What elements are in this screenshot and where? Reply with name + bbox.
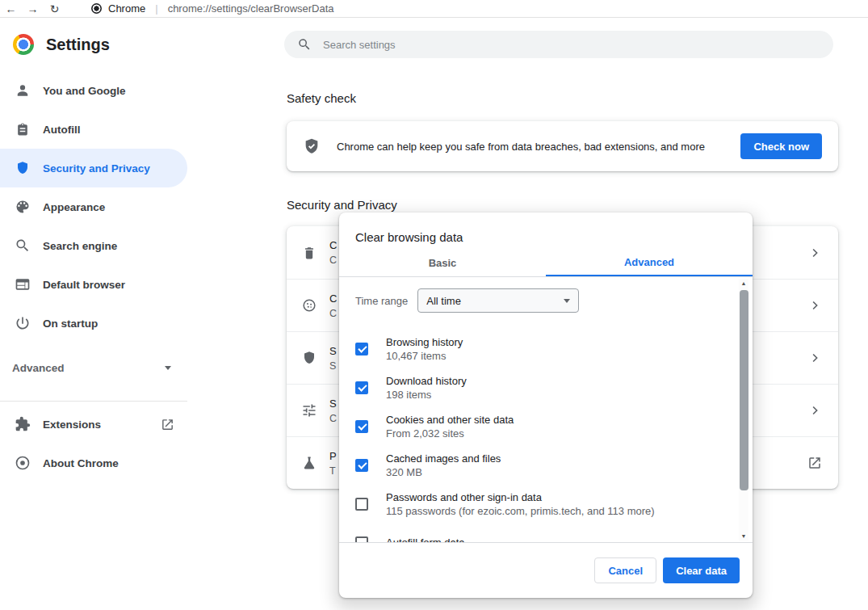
clear-data-button[interactable]: Clear data (663, 557, 740, 583)
dialog-title: Clear browsing data (339, 212, 753, 244)
site-icon (91, 3, 102, 14)
chevron-right-icon (807, 246, 822, 260)
cookie-icon (301, 297, 317, 313)
cancel-button[interactable]: Cancel (594, 557, 656, 583)
row-text: Download history 198 items (386, 375, 467, 401)
row-detail: From 2,032 sites (386, 427, 514, 440)
dialog-tabs: Basic Advanced (339, 249, 753, 277)
sidebar-item-label: Default browser (43, 279, 125, 291)
clear-browsing-data-dialog: Clear browsing data Basic Advanced Time … (339, 212, 753, 598)
flask-icon (301, 455, 317, 471)
dialog-footer: Cancel Clear data (339, 543, 753, 598)
row-label: Autofill form data (386, 536, 465, 544)
search-input[interactable] (321, 38, 820, 52)
time-range-select[interactable]: All time (417, 288, 579, 313)
sidebar-item-on-startup[interactable]: On startup (0, 304, 187, 343)
trash-icon (301, 245, 317, 261)
page-title: Settings (46, 36, 110, 54)
puzzle-icon (15, 416, 31, 432)
row-detail: 320 MB (386, 466, 501, 478)
checkbox-passwords[interactable] (355, 498, 368, 511)
sidebar-item-label: Extensions (43, 419, 101, 431)
chevron-down-icon (564, 299, 570, 303)
tab-advanced[interactable]: Advanced (546, 249, 753, 276)
row-download-history[interactable]: Download history 198 items (339, 368, 753, 407)
chevron-right-icon (807, 403, 822, 418)
safety-check-heading: Safety check (287, 91, 356, 105)
chevron-right-icon (807, 351, 822, 365)
time-range-label: Time range (355, 295, 408, 307)
back-button[interactable]: ← (0, 2, 22, 15)
checkbox-browsing-history[interactable] (355, 343, 368, 355)
scroll-down-icon[interactable]: ▼ (739, 533, 748, 539)
clear-data-list: Browsing history 10,467 items Download h… (339, 330, 753, 543)
checkbox-cookies-site-data[interactable] (355, 420, 368, 433)
chrome-logo-icon (13, 34, 34, 55)
row-passwords[interactable]: Passwords and other sign-in data 115 pas… (339, 485, 753, 524)
security-privacy-heading: Security and Privacy (287, 198, 397, 212)
sidebar-item-label: About Chrome (43, 457, 119, 469)
sidebar-item-search-engine[interactable]: Search engine (0, 226, 187, 265)
palette-icon (15, 199, 31, 215)
checkbox-cached-images-files[interactable] (355, 459, 368, 472)
shield-icon (15, 160, 31, 176)
sidebar-item-extensions[interactable]: Extensions (0, 405, 187, 444)
forward-icon: → (27, 2, 39, 15)
browser-topbar: ← → ↻ Chrome | chrome://settings/clearBr… (0, 0, 868, 18)
row-label: Download history (386, 375, 467, 387)
browser-window-icon (15, 276, 31, 292)
tab-basic[interactable]: Basic (339, 249, 546, 276)
search-icon (297, 37, 312, 52)
check-now-button[interactable]: Check now (740, 133, 822, 159)
checkbox-autofill-form-data[interactable] (355, 536, 368, 543)
sidebar-item-appearance[interactable]: Appearance (0, 187, 187, 226)
sidebar-divider (0, 401, 187, 402)
sidebar-item-autofill[interactable]: Autofill (0, 110, 187, 149)
chrome-outline-icon (15, 455, 31, 471)
sidebar-item-default-browser[interactable]: Default browser (0, 265, 187, 304)
row-detail: 10,467 items (386, 350, 463, 362)
row-text: Cached images and files 320 MB (386, 452, 501, 478)
sidebar-item-label: Appearance (43, 201, 105, 213)
safety-check-description: Chrome can help keep you safe from data … (337, 141, 724, 153)
site-label: Chrome (108, 2, 145, 15)
sidebar-nav: You and Google Autofill Security and Pri… (0, 71, 187, 343)
row-label: Passwords and other sign-in data (386, 491, 655, 503)
shield-icon (301, 350, 317, 366)
tune-icon (301, 402, 317, 419)
autofill-icon (15, 121, 31, 137)
reload-icon: ↻ (50, 2, 60, 15)
checkbox-download-history[interactable] (355, 381, 368, 394)
row-cached-images-files[interactable]: Cached images and files 320 MB (339, 446, 753, 485)
sidebar-advanced-toggle[interactable]: Advanced (0, 349, 187, 386)
sidebar-item-about-chrome[interactable]: About Chrome (0, 444, 187, 482)
sidebar-item-you-and-google[interactable]: You and Google (0, 71, 187, 110)
sidebar-item-label: Search engine (43, 240, 117, 252)
search-icon (15, 238, 31, 254)
row-browsing-history[interactable]: Browsing history 10,467 items (339, 330, 753, 368)
dialog-body: Time range All time Browsing history 10,… (339, 277, 753, 543)
person-icon (15, 82, 31, 99)
time-range-row: Time range All time (355, 288, 736, 313)
address-bar[interactable]: Chrome | chrome://settings/clearBrowserD… (91, 2, 334, 15)
reload-button[interactable]: ↻ (44, 2, 65, 15)
row-cookies-site-data[interactable]: Cookies and other site data From 2,032 s… (339, 407, 753, 446)
scrollbar-thumb[interactable] (740, 290, 748, 490)
settings-search[interactable] (284, 31, 833, 58)
address-url: chrome://settings/clearBrowserData (168, 2, 334, 15)
sidebar-item-security-and-privacy[interactable]: Security and Privacy (0, 149, 187, 187)
row-label: Browsing history (386, 336, 463, 348)
sidebar-item-label: You and Google (43, 85, 126, 97)
row-autofill-form-data[interactable]: Autofill form data (339, 524, 753, 543)
time-range-value: All time (426, 295, 461, 307)
address-separator: | (155, 2, 157, 15)
shield-check-icon (303, 137, 321, 155)
forward-button[interactable]: → (22, 2, 44, 15)
advanced-label: Advanced (12, 362, 65, 374)
chevron-right-icon (807, 298, 822, 313)
dialog-scrollbar[interactable]: ▲ ▼ (739, 279, 748, 541)
power-icon (15, 315, 31, 331)
row-text: Autofill form data (386, 536, 465, 544)
sidebar-item-label: On startup (43, 318, 98, 330)
scroll-up-icon[interactable]: ▲ (739, 280, 748, 286)
